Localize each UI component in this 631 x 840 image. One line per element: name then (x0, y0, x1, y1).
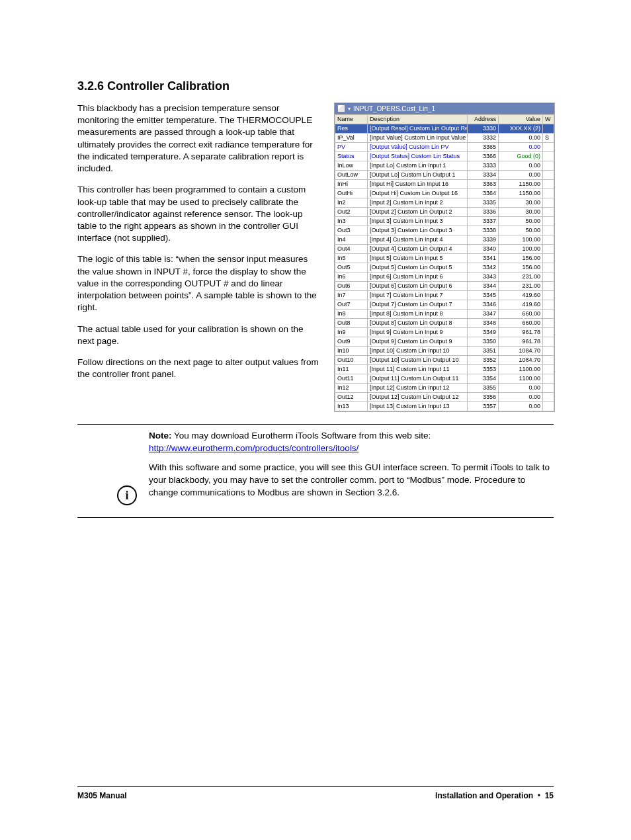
table-row: Out3[Output 3] Custom Lin Output 3333850… (335, 226, 554, 235)
para-3: The logic of this table is: “when the se… (77, 253, 322, 314)
table-row: Out2[Output 2] Custom Lin Output 2333630… (335, 208, 554, 217)
col-name: Name (335, 115, 368, 124)
col-w: W (543, 115, 554, 124)
footer-page-number: 15 (545, 791, 554, 800)
section-heading: 3.2.6 Controller Calibration (77, 79, 554, 93)
note-para2: With this software and some practice, yo… (149, 462, 554, 499)
note-label: Note: (149, 431, 172, 441)
table-row: In7[Input 7] Custom Lin Input 73345419.6… (335, 291, 554, 300)
divider-rule-bottom (77, 517, 554, 518)
table-row: Out11[Output 11] Custom Lin Output 11335… (335, 374, 554, 384)
table-row: In5[Input 5] Custom Lin Input 53341156.0… (335, 254, 554, 263)
col-address: Address (468, 115, 499, 124)
bullet-icon: • (535, 791, 544, 800)
col-value: Value (499, 115, 543, 124)
para-2: This controller has been programmed to c… (77, 184, 322, 244)
gui-header-row: Name Description Address Value W (335, 115, 554, 124)
itools-link[interactable]: http://www.eurotherm.com/products/contro… (149, 443, 358, 453)
info-icon: i (117, 485, 137, 505)
table-row: In12[Input 12] Custom Lin Input 1233550.… (335, 384, 554, 393)
gui-table: Name Description Address Value W Res[Out… (335, 114, 554, 411)
table-row: Out10[Output 10] Custom Lin Output 10335… (335, 356, 554, 365)
page-footer: M305 Manual Installation and Operation •… (77, 786, 554, 800)
table-row: Out12[Output 12] Custom Lin Output 12335… (335, 393, 554, 402)
para-4: The actual table used for your calibrati… (77, 323, 322, 347)
table-row: In6[Input 6] Custom Lin Input 63343231.0… (335, 273, 554, 282)
table-row: In13[Input 13] Custom Lin Input 1333570.… (335, 402, 554, 411)
table-row: OutHi[Output Hi] Custom Lin Output 16336… (335, 189, 554, 198)
table-row: In4[Input 4] Custom Lin Input 43339100.0… (335, 235, 554, 245)
para-1: This blackbody has a precision temperatu… (77, 103, 322, 175)
dropdown-icon: ▾ (348, 106, 351, 112)
table-row: In8[Input 8] Custom Lin Input 83347660.0… (335, 310, 554, 319)
gui-title-text: INPUT_OPERS.Cust_Lin_1 (353, 105, 435, 112)
gui-screenshot-window: ▾ INPUT_OPERS.Cust_Lin_1 Name Descriptio… (334, 103, 555, 412)
table-row: Out5[Output 5] Custom Lin Output 5334215… (335, 263, 554, 273)
table-row: In2[Input 2] Custom Lin Input 2333530.00 (335, 198, 554, 208)
table-row: Status[Output Status] Custom Lin Status3… (335, 152, 554, 161)
body-text-column: This blackbody has a precision temperatu… (77, 103, 322, 390)
col-desc: Description (368, 115, 468, 124)
table-row: In11[Input 11] Custom Lin Input 11335311… (335, 365, 554, 374)
divider-rule (77, 424, 554, 425)
table-row: PV[Output Value] Custom Lin PV33650.00 (335, 143, 554, 152)
table-row: InHi[Input Hi] Custom Lin Input 16336311… (335, 180, 554, 189)
footer-section: Installation and Operation (435, 791, 533, 800)
para-5: Follow directions on the next page to al… (77, 357, 322, 380)
footer-right: Installation and Operation • 15 (435, 791, 554, 800)
table-row: In3[Input 3] Custom Lin Input 3333750.00 (335, 217, 554, 226)
table-row: In9[Input 9] Custom Lin Input 93349961.7… (335, 328, 554, 337)
table-row: IP_Val[Input Value] Custom Lin Input Val… (335, 134, 554, 143)
footer-left: M305 Manual (77, 791, 127, 800)
table-row: In10[Input 10] Custom Lin Input 10335110… (335, 347, 554, 356)
note-line1: You may download Eurotherm iTools Softwa… (172, 431, 431, 441)
table-row: Out6[Output 6] Custom Lin Output 6334423… (335, 282, 554, 291)
table-row: InLow[Input Lo] Custom Lin Input 133330.… (335, 161, 554, 171)
table-row: Out8[Output 8] Custom Lin Output 8334866… (335, 319, 554, 328)
gui-titlebar: ▾ INPUT_OPERS.Cust_Lin_1 (335, 103, 554, 114)
table-row: OutLow[Output Lo] Custom Lin Output 1333… (335, 171, 554, 180)
table-row: Res[Output Resol] Custom Lin Output Reso… (335, 124, 554, 134)
table-row: Out4[Output 4] Custom Lin Output 4334010… (335, 245, 554, 254)
table-row: Out9[Output 9] Custom Lin Output 9335096… (335, 337, 554, 347)
note-body: Note: You may download Eurotherm iTools … (149, 430, 554, 505)
table-row: Out7[Output 7] Custom Lin Output 7334641… (335, 300, 554, 310)
document-icon (337, 105, 345, 112)
